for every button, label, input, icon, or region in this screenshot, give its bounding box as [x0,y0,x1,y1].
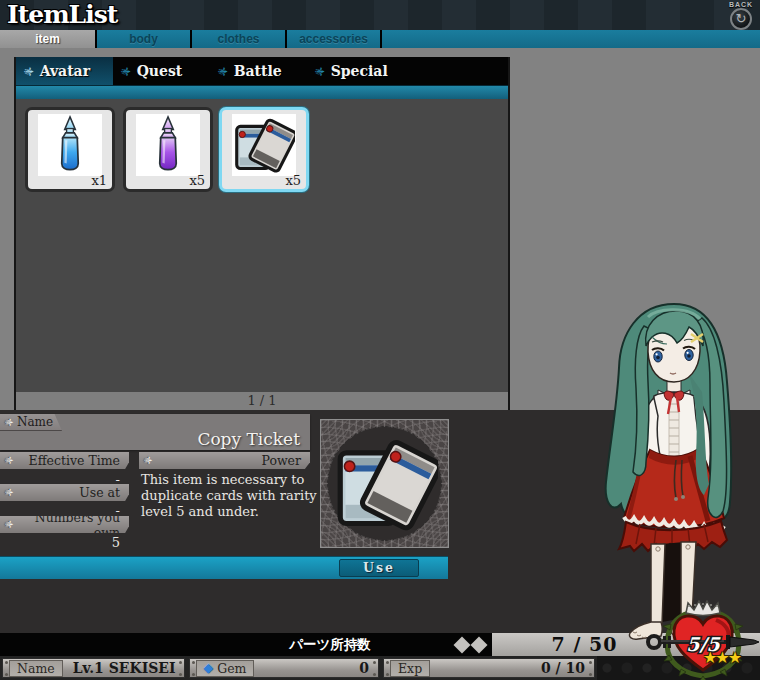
diamond-icon [471,636,488,653]
subtab-battle[interactable]: ⚜ Battle [210,57,307,85]
exp-box: Exp 0 / 10 [383,658,595,678]
use-button[interactable]: Use [339,559,419,577]
page-title: ItemList [7,0,117,29]
rank-stars: ★★★ [703,648,740,667]
scroll-icon: ⚜ [2,417,15,427]
item-image-frame [320,419,449,548]
item-thumb [38,114,102,176]
tab-filler-bar [382,30,760,48]
gem-box: ◆ Gem 0 [189,658,379,678]
item-card-copy-ticket[interactable]: x5 [219,107,309,192]
tab-item[interactable]: item [0,30,95,48]
item-grid-panel: ⚜ Avatar ⚜ Quest ⚜ Battle ⚜ Special [14,57,510,410]
back-icon: ↻ [730,8,752,30]
itemlist-screen: ItemList BACK ↻ item body clothes access… [0,0,760,680]
flourish-icon: ⚜ [312,65,327,77]
header-bar: ItemList BACK ↻ [0,0,760,31]
copy-ticket-icon [233,114,295,176]
flourish-icon: ⚜ [215,65,230,77]
tab-accessories[interactable]: accessories [287,30,380,48]
item-card-purple-potion[interactable]: x5 [123,107,213,192]
pagination-bar: 1 / 1 [16,392,508,410]
gem-label: Gem [217,661,246,676]
parts-label: パーツ所持数 [230,633,430,656]
numbers-you-own-value: 5 [0,535,120,550]
gem-icon: ◆ [204,661,213,676]
back-button-label: BACK [726,1,756,8]
name-label: Name [9,660,63,677]
field-power: ⚜ Power [139,452,310,469]
back-button[interactable]: BACK ↻ [726,1,756,30]
field-use-at: ⚜ Use at [0,484,129,501]
scroll-icon: ⚜ [2,520,15,530]
item-description: This item is necessary to duplicate card… [141,472,321,520]
category-tab-bar: item body clothes accessories [0,30,760,48]
item-count: x5 [189,173,205,188]
scroll-icon: ⚜ [141,456,154,466]
player-name: Lv.1 SEKISEI [73,660,176,676]
item-count: x5 [285,173,301,188]
page-indicator: 1 / 1 [247,393,276,408]
purple-potion-icon [137,114,199,176]
item-grid: x1 x5 [16,99,508,392]
player-name-box: Name Lv.1 SEKISEI [2,658,185,678]
heart-emblem: 5/5 [646,600,760,680]
gem-value: 0 [254,660,378,676]
item-name: Copy Ticket [197,429,300,449]
exp-value: 0 / 10 [430,660,594,676]
item-card-blue-potion[interactable]: x1 [25,107,115,192]
tab-clothes[interactable]: clothes [192,30,285,48]
exp-label: Exp [390,660,430,677]
flourish-icon: ⚜ [118,65,133,77]
flourish-icon: ⚜ [21,65,36,77]
item-thumb [136,114,200,176]
field-numbers-you-own: ⚜ Numbers you own [0,516,129,533]
teal-accent-bar [16,85,508,99]
name-section-tab: ⚜ Name [0,414,62,431]
tab-body[interactable]: body [97,30,190,48]
scroll-icon: ⚜ [2,456,15,466]
field-effective-time: ⚜ Effective Time [0,452,129,469]
item-thumb [232,114,296,176]
diamond-icon [454,636,471,653]
subtab-avatar[interactable]: ⚜ Avatar [16,57,113,85]
use-at-value: - [0,503,120,518]
subtab-quest[interactable]: ⚜ Quest [113,57,210,85]
copy-ticket-large-icon [334,432,438,536]
blue-potion-icon [39,114,101,176]
gem-label-plate: ◆ Gem [196,660,254,677]
character-portrait [588,292,760,648]
scroll-icon: ⚜ [2,488,15,498]
subtab-special[interactable]: ⚜ Special [307,57,404,85]
subtab-bar: ⚜ Avatar ⚜ Quest ⚜ Battle ⚜ Special [16,57,508,85]
item-count: x1 [91,173,107,188]
